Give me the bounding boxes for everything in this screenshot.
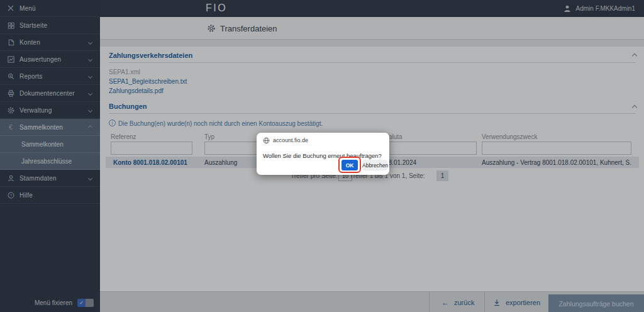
ok-button[interactable]: OK [341,160,358,170]
dialog-origin: account.fio.de [273,137,308,143]
dialog-message: Wollen Sie die Buchung erneut beauftrage… [263,152,382,159]
cancel-button[interactable]: Abbrechen [362,160,387,170]
globe-icon [263,137,270,144]
confirm-dialog: account.fio.de Wollen Sie die Buchung er… [257,133,389,175]
app-window: FIO Admin F.MKKAdmin1 Menü Startseite Ko… [0,0,644,312]
